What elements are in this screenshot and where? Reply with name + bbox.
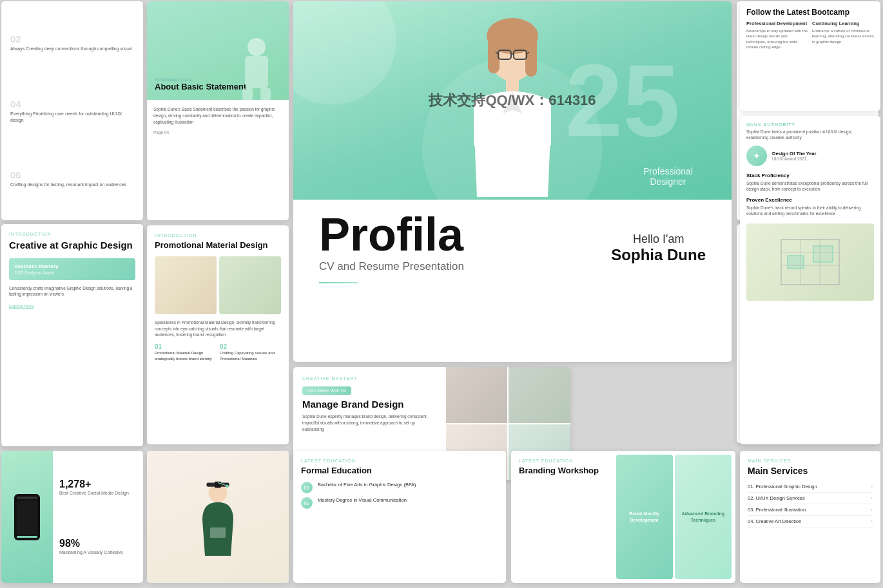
- arrow-2: ›: [871, 495, 873, 501]
- slide-about-basic: INTRODUCTION About Basic Statement Sophi…: [147, 1, 289, 220]
- slide-awards-right: UI/UX Authority Sophia Dune holds a prom…: [740, 116, 880, 444]
- uiux-tag: UI/UX Authority: [746, 122, 874, 127]
- person-figure: [237, 35, 276, 100]
- item-number: 06: [10, 169, 134, 180]
- photo-1: [446, 367, 508, 423]
- main-photo-area: 25: [293, 1, 732, 200]
- edu-item-2: 02 Mastery Degree in Visual Communicatio…: [301, 497, 498, 509]
- watermark-text: 技术交持QQ/WX：614316: [429, 91, 596, 110]
- promo-num-2: 02: [220, 343, 281, 350]
- slide-follow-bootcamp-top: Follow the Latest Bootcamp Professional …: [740, 1, 880, 111]
- edu-text-1: Bachelor of Fine Arts in Graphic Design …: [318, 482, 416, 488]
- branding-text: LATEST EDUCATION Branding Workshop: [511, 451, 612, 583]
- creative-title: Creative at Graphic Design: [9, 239, 135, 252]
- creative-body: Consistently crafts imaginative Graphic …: [9, 285, 135, 298]
- svg-rect-23: [788, 256, 804, 269]
- excellence-desc: Sophia Dune's track record speaks to the…: [746, 205, 874, 216]
- creative-tag: INTRODUCTION: [9, 232, 135, 236]
- service-item-2: 02. UI/UX Design Services ›: [748, 493, 873, 504]
- item-text: Everything Prioritizing user needs for o…: [10, 111, 134, 124]
- edu-num-1: 01: [301, 482, 313, 493]
- edu-item-1: 01 Bachelor of Fine Arts in Graphic Desi…: [301, 482, 498, 493]
- list-item: 04 Everything Prioritizing user needs fo…: [10, 99, 134, 124]
- promo-tag: INTRODUCTION: [155, 233, 281, 238]
- award-badge-row: ✦ Design Of The Year UI/UX Award 2021: [746, 146, 874, 166]
- arrow-4: ›: [871, 518, 873, 524]
- list-item: 02 Always Creating deep connections thro…: [10, 33, 134, 52]
- svg-rect-13: [506, 79, 519, 91]
- promo-num-1: 01: [155, 343, 216, 350]
- item-number: 02: [10, 33, 134, 44]
- manage-title: Manage Brand Design: [302, 399, 437, 410]
- slide-branding-workshop: LATEST EDUCATION Branding Workshop Brand…: [511, 451, 735, 583]
- promo-body: Specializes in Promotional Material Desi…: [155, 319, 281, 338]
- blueprint-image: [746, 223, 874, 301]
- slide-graduation: [147, 451, 289, 583]
- advanced-branding-card: Advanced Branding Techniques: [675, 455, 732, 579]
- arrow-3: ›: [871, 507, 873, 513]
- page-number: Page 04: [153, 130, 282, 135]
- item-text: Always Creating deep connections through…: [10, 46, 134, 52]
- promo-image-2: [219, 256, 281, 314]
- phone-mock: [14, 494, 40, 540]
- manage-tag: CREATIVE MASTERY: [302, 376, 437, 381]
- excellence-title: Proven Excellence: [746, 197, 874, 203]
- edu-num-2: 02: [301, 497, 313, 509]
- services-tag: MAIN SERVICES: [748, 459, 873, 463]
- cta-button[interactable]: Let's Make With Us: [302, 386, 351, 395]
- edu-title: Formal Education: [301, 466, 498, 475]
- prof-dev-block: Professional Development Bootcamps to st…: [746, 21, 808, 50]
- stat-desc-1: Best Creative Social Media Design: [59, 490, 137, 496]
- stat-num-2: 98%: [59, 538, 137, 549]
- aesthetic-card: Aesthetic Mastery 2025 Designer Award: [9, 258, 135, 280]
- item-text: Crafting designs for lasting, resonant i…: [10, 182, 134, 188]
- svg-rect-30: [210, 527, 226, 538]
- branding-cards: Brand Identity Development Advanced Bran…: [612, 451, 735, 583]
- phone-area: [1, 451, 53, 583]
- svg-point-0: [247, 38, 266, 56]
- photo-2: [509, 367, 570, 423]
- slide-main-services: MAIN SERVICES Main Services 01. Professi…: [740, 451, 880, 583]
- branding-title: Branding Workshop: [519, 466, 605, 475]
- branding-tag: LATEST EDUCATION: [519, 459, 605, 463]
- stack-title: Stack Proficiency: [746, 173, 874, 178]
- slide-formal-education: LATEST EDUCATION Formal Education 01 Bac…: [293, 451, 506, 583]
- slide-promo-material: INTRODUCTION Promotional Material Design…: [147, 225, 289, 444]
- stats-area: 1,278+ Best Creative Social Media Design…: [53, 451, 143, 583]
- name-text: Sophia Dune: [611, 246, 706, 264]
- bootcamp-title: Follow the Latest Bootcamp: [746, 8, 874, 17]
- service-item-3: 03. Professional Illustration ›: [748, 504, 873, 516]
- service-item-4: 04. Creative Art Direction ›: [748, 516, 873, 527]
- aesthetic-label: Aesthetic Mastery: [14, 263, 130, 269]
- edu-text-2: Mastery Degree in Visual Communication: [318, 497, 407, 503]
- brand-identity-card: Brand Identity Development: [616, 455, 673, 579]
- svg-rect-1: [245, 56, 268, 88]
- page-container: 02 Always Creating deep connections thro…: [0, 0, 883, 588]
- uiux-desc: Sophia Dune holds a prominent position i…: [746, 129, 874, 140]
- slide-creative-graphic: INTRODUCTION Creative at Graphic Design …: [1, 224, 143, 446]
- explore-link[interactable]: Explore More: [9, 304, 135, 308]
- cont-learn-block: Continuing Learning Embraces a culture o…: [812, 21, 874, 50]
- item-number: 04: [10, 99, 134, 109]
- slide-numbers-list: 02 Always Creating deep connections thro…: [1, 1, 143, 220]
- advanced-branding-label: Advanced Branding Techniques: [680, 511, 726, 522]
- promo-item-1: Promotional Material Design strategicall…: [155, 350, 216, 361]
- manage-body: Sophia Dune expertly manages brand desig…: [302, 413, 437, 432]
- hello-text: Hello I'am: [611, 232, 706, 246]
- service-item-1: 01. Professional Graphic Design ›: [748, 481, 873, 493]
- aesthetic-sub: 2025 Designer Award: [14, 270, 130, 275]
- svg-rect-27: [215, 481, 221, 488]
- graduation-bg: [147, 451, 289, 583]
- designer-label: Professional Designer: [643, 166, 693, 187]
- award-circle: ✦: [746, 146, 767, 166]
- svg-rect-24: [813, 246, 833, 262]
- list-item: 06 Crafting designs for lasting, resonan…: [10, 169, 134, 188]
- main-divider: [319, 282, 358, 283]
- award-title-right: Design Of The Year: [772, 151, 817, 156]
- graduation-figure: [192, 479, 244, 556]
- edu-tag: LATEST EDUCATION: [301, 459, 498, 463]
- svg-rect-2: [242, 88, 253, 100]
- svg-rect-3: [260, 88, 271, 100]
- stat-num-1: 1,278+: [59, 479, 137, 490]
- brand-identity-label: Brand Identity Development: [621, 511, 668, 522]
